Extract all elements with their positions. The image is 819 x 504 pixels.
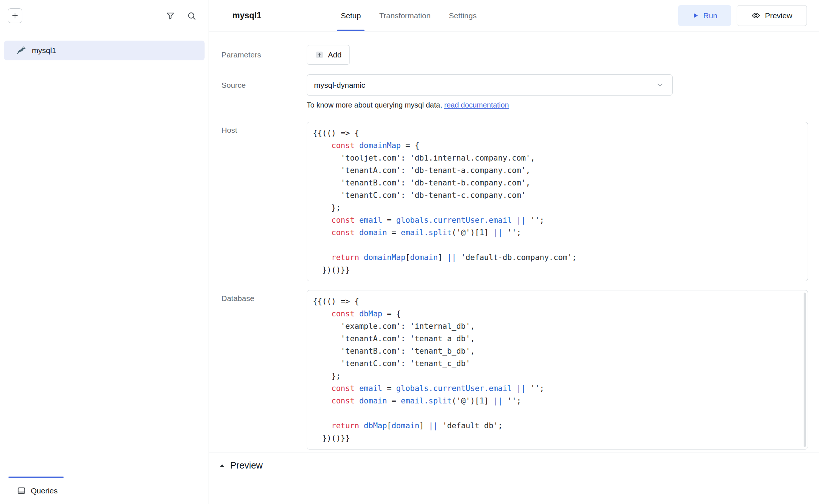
query-title: mysql1 [232,11,261,20]
database-code-editor[interactable]: {{(() => { const dbMap = { 'example.com'… [307,290,808,450]
queries-icon [17,486,26,495]
preview-panel-title: Preview [230,460,263,471]
source-row: Source mysql-dynamic To know more about … [221,74,808,109]
tab-settings[interactable]: Settings [448,0,478,31]
run-button[interactable]: Run [678,5,731,26]
query-sidebar: mysql1 Queries [0,0,209,504]
run-button-label: Run [703,11,718,20]
query-list-item-mysql1[interactable]: mysql1 [4,41,205,60]
filter-icon[interactable] [165,11,175,21]
sidebar-toolbar [0,0,209,31]
code-editor-scrollbar[interactable] [804,293,806,447]
source-select-value: mysql-dynamic [314,81,365,90]
preview-panel: Preview [209,452,819,504]
queries-tab[interactable]: Queries [0,477,209,504]
preview-button[interactable]: Preview [737,5,807,26]
source-help-prefix: To know more about querying mysql data, [307,101,444,109]
tab-transformation[interactable]: Transformation [378,0,431,31]
add-parameter-label: Add [328,50,341,59]
query-item-label: mysql1 [32,46,56,55]
mysql-icon [15,45,26,56]
chevron-down-icon [656,81,664,89]
add-parameter-button[interactable]: Add [307,45,350,65]
preview-button-label: Preview [765,11,792,20]
query-list: mysql1 [0,31,209,477]
read-documentation-link[interactable]: read documentation [444,101,509,109]
host-label: Host [221,122,307,135]
caret-up-icon [218,462,226,469]
source-select[interactable]: mysql-dynamic [307,74,673,96]
play-icon [692,12,699,19]
preview-panel-header[interactable]: Preview [218,460,263,471]
setup-form: Parameters Add Source mysql-dynamic [209,31,819,452]
tab-setup[interactable]: Setup [340,0,362,31]
search-icon[interactable] [187,11,197,21]
query-editor-panel: mysql1 Setup Transformation Settings Run… [209,0,819,504]
add-query-button[interactable] [8,8,22,23]
database-label: Database [221,290,307,304]
source-help-text: To know more about querying mysql data, … [307,101,808,109]
parameters-label: Parameters [221,45,307,60]
queries-tab-active-indicator [8,477,64,478]
plus-icon [11,12,19,20]
source-label: Source [221,74,307,90]
queries-tab-label: Queries [31,486,58,495]
database-row: Database {{(() => { const dbMap = { 'exa… [221,290,808,450]
header-actions: Run Preview [678,5,807,26]
plus-square-icon [315,50,324,59]
host-code-editor[interactable]: {{(() => { const domainMap = { 'tooljet.… [307,122,808,281]
parameters-row: Parameters Add [221,45,808,65]
eye-icon [751,11,760,20]
editor-tabs: Setup Transformation Settings [340,0,477,31]
query-editor-header: mysql1 Setup Transformation Settings Run… [209,0,819,31]
host-row: Host {{(() => { const domainMap = { 'too… [221,122,808,281]
